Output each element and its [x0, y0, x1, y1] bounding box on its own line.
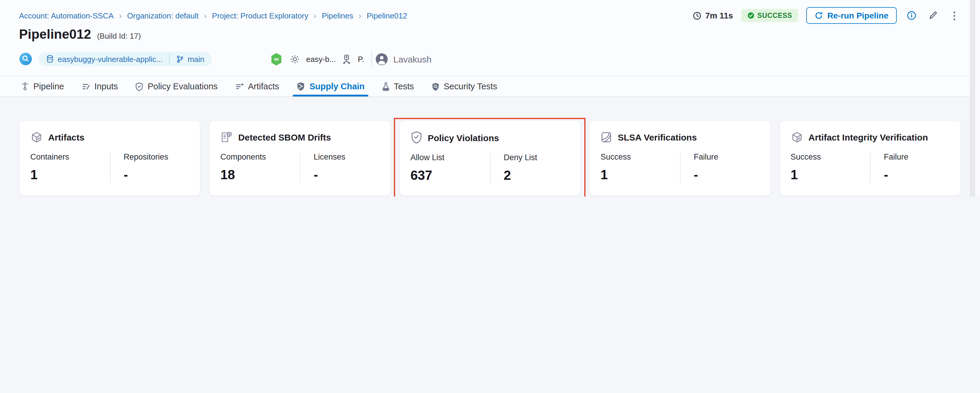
user-name: Lavakush — [393, 54, 431, 64]
breadcrumb-pipelines[interactable]: Pipelines — [322, 11, 353, 20]
sbom-document-icon — [220, 131, 233, 144]
breadcrumb: Account: Automation-SSCA › Organization:… — [19, 11, 407, 20]
breadcrumb-project[interactable]: Project: Product Exploratory — [212, 11, 309, 20]
cube-icon — [30, 131, 43, 144]
more-options-icon[interactable]: ⋮ — [948, 9, 961, 22]
tab-tests[interactable]: Tests — [382, 76, 414, 96]
build-id: (Build Id: 17) — [97, 32, 141, 40]
vertical-scrollbar[interactable] — [970, 0, 975, 196]
breadcrumb-separator: › — [313, 11, 316, 20]
page-header: Account: Automation-SSCA › Organization:… — [0, 0, 980, 76]
stat-slsa-failure: Failure - — [680, 152, 760, 183]
rerun-pipeline-button[interactable]: Re-run Pipeline — [807, 7, 897, 24]
ci-hexagon-icon: ∞ — [269, 52, 283, 66]
supply-chain-shield-icon — [296, 81, 305, 91]
branch-link[interactable]: main — [177, 54, 204, 64]
repository-icon — [46, 55, 54, 63]
breadcrumb-pipeline012[interactable]: Pipeline012 — [367, 11, 407, 20]
security-shield-icon — [431, 82, 439, 91]
stat-components: Components 18 — [220, 152, 300, 183]
check-circle-icon — [747, 12, 754, 19]
status-badge: SUCCESS — [741, 9, 798, 22]
scrollbar-gutter — [975, 0, 980, 196]
integrity-cube-icon — [791, 131, 803, 144]
edit-pencil-icon[interactable] — [926, 9, 940, 22]
stat-licenses: Licenses - — [300, 152, 379, 183]
artifacts-list-icon — [235, 82, 244, 91]
avatar — [375, 53, 388, 65]
breadcrumb-organization[interactable]: Organization: default — [127, 11, 199, 20]
stat-integrity-success: Success 1 — [791, 152, 870, 183]
breadcrumb-account[interactable]: Account: Automation-SSCA — [19, 11, 114, 20]
stat-deny-list: Deny List 2 — [490, 153, 570, 184]
stat-allow-list: Allow List 637 — [410, 153, 490, 184]
chip-divider — [169, 54, 170, 64]
repo-link[interactable]: easybuggy-vulnerable-applic... — [46, 54, 163, 64]
stat-slsa-success: Success 1 — [600, 152, 680, 183]
card-policy-violations: Policy Violations Allow List 637 Deny Li… — [399, 120, 581, 196]
refresh-icon — [815, 11, 823, 20]
tab-supply-chain[interactable]: Supply Chain — [296, 76, 364, 96]
breadcrumb-separator: › — [204, 11, 207, 20]
stage-abbrev: P. — [358, 54, 364, 64]
shield-check-icon — [410, 131, 422, 144]
flask-icon — [382, 82, 390, 91]
stat-integrity-failure: Failure - — [870, 152, 950, 183]
git-branch-icon — [177, 55, 184, 63]
page-title: Pipeline012 — [19, 27, 91, 42]
clock-icon — [693, 11, 702, 20]
tab-pipeline[interactable]: Pipeline — [21, 76, 64, 96]
svg-text:∞: ∞ — [274, 55, 278, 62]
shield-check-icon — [135, 82, 143, 91]
card-sbom-drifts: Detected SBOM Drifts Components 18 Licen… — [209, 120, 391, 196]
pipeline-icon — [21, 82, 29, 91]
breadcrumb-separator: › — [358, 11, 361, 20]
tab-security-tests[interactable]: Security Tests — [431, 76, 497, 96]
card-slsa-verifications: SLSA Verifications Success 1 Failure - — [589, 120, 771, 196]
trigger-icon — [19, 53, 32, 66]
tab-policy-evaluations[interactable]: Policy Evaluations — [135, 76, 218, 96]
tab-inputs[interactable]: Inputs — [81, 76, 118, 96]
repo-chip: easybuggy-vulnerable-applic... main — [39, 52, 212, 66]
card-artifact-integrity: Artifact Integrity Verification Success … — [779, 120, 961, 196]
summary-cards: Artifacts Containers 1 Repositories - — [19, 120, 961, 196]
gear-icon — [290, 54, 300, 64]
slsa-icon — [600, 131, 612, 144]
tab-artifacts[interactable]: Artifacts — [235, 76, 279, 96]
supply-chain-content: Artifacts Containers 1 Repositories - — [0, 120, 980, 196]
card-artifacts: Artifacts Containers 1 Repositories - — [19, 120, 201, 196]
delegate-icon — [342, 54, 352, 64]
info-icon[interactable] — [905, 9, 918, 22]
meta-divider — [371, 50, 372, 68]
breadcrumb-separator: › — [119, 11, 122, 20]
trigger-abbrev: easy-b... — [306, 54, 336, 64]
supply-chain-page: Account: Automation-SSCA › Organization:… — [0, 0, 980, 196]
pipeline-tabs: Pipeline Inputs Policy Evaluations Artif… — [0, 76, 980, 97]
stat-containers: Containers 1 — [30, 152, 110, 183]
stat-repositories: Repositories - — [110, 152, 189, 183]
inputs-icon — [81, 82, 90, 91]
run-duration: 7m 11s — [693, 11, 733, 20]
